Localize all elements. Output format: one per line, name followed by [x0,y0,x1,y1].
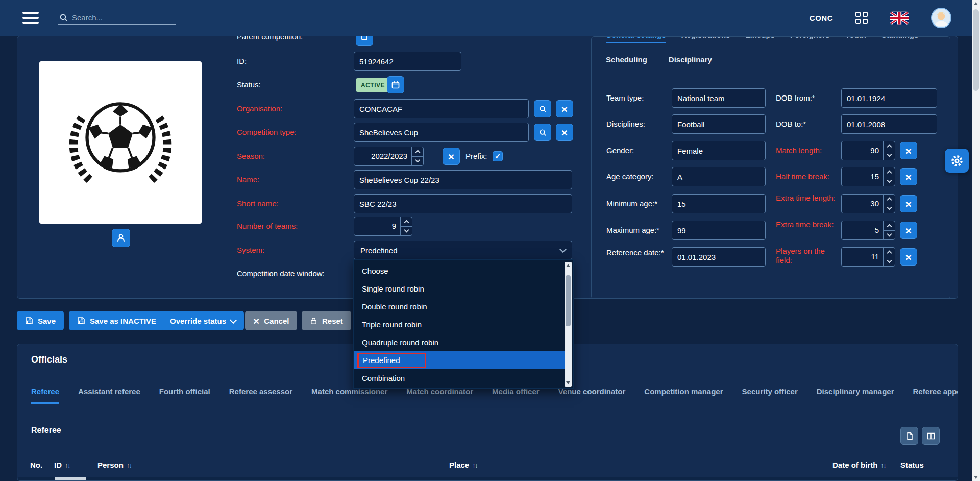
tab-foreigners[interactable]: Foreigners [790,36,830,43]
id-input[interactable] [354,52,461,71]
disciplines-input[interactable] [672,114,766,134]
sort-icon[interactable]: ↑↓ [127,462,132,469]
tab-referee-assessor[interactable]: Referee assessor [229,387,292,403]
status-calendar-button[interactable] [387,76,404,93]
dropdown-option-single-round-robin[interactable]: Single round robin [354,280,573,298]
extra-time-length-input[interactable]: 30 [841,194,895,213]
system-select[interactable]: Predefined [354,240,572,260]
settings-gear-button[interactable] [945,149,969,173]
season-input[interactable]: 2022/2023 [354,147,424,166]
tab-security-officer[interactable]: Security officer [742,387,798,403]
table-row[interactable] [18,477,958,481]
players-on-field-clear-button[interactable]: × [900,248,917,266]
organisation-search-button[interactable] [534,100,551,117]
columns-button[interactable] [922,427,940,445]
season-stepper[interactable] [411,147,423,165]
scroll-up-arrow[interactable] [974,2,978,5]
half-time-break-stepper[interactable] [883,167,895,186]
name-input[interactable] [354,170,572,189]
players-on-field-input[interactable]: 11 [841,247,895,267]
players-on-field-stepper[interactable] [883,248,895,266]
tab-lineups[interactable]: Lineups [745,36,775,43]
parent-competition-button[interactable] [356,36,373,46]
tab-match-coordinator[interactable]: Match coordinator [406,387,473,403]
dob-from-input[interactable] [841,88,937,108]
dropdown-option-predefined[interactable]: Predefined [354,351,565,369]
tab-disciplinary-manager[interactable]: Disciplinary manager [817,387,894,403]
organisation-input[interactable] [354,99,529,118]
tab-match-commissioner[interactable]: Match commissioner [311,387,387,403]
scroll-thumb[interactable] [973,9,979,91]
age-category-input[interactable] [672,167,766,186]
apps-grid-icon[interactable] [855,12,868,24]
col-id[interactable]: ID↑↓ [54,461,70,469]
tab-youth[interactable]: Youth [845,36,866,43]
tab-scheduling[interactable]: Scheduling [606,55,647,64]
match-length-stepper[interactable] [883,141,895,160]
short-name-input[interactable] [354,194,572,213]
tab-assistant-referee[interactable]: Assistant referee [78,387,140,403]
change-logo-person-button[interactable] [112,229,130,247]
reference-date-input[interactable] [672,247,766,267]
search-input[interactable] [72,13,169,22]
tab-competition-manager[interactable]: Competition manager [644,387,723,403]
competition-type-input[interactable] [354,123,529,142]
language-flag-button[interactable] [890,12,909,25]
col-date-of-birth[interactable]: Date of birth↑↓ [832,461,886,469]
extra-time-length-stepper[interactable] [883,195,895,213]
tab-referee[interactable]: Referee [31,387,59,404]
cancel-button[interactable]: × Cancel [245,311,297,330]
tab-referee-appointer[interactable]: Referee appointer [913,387,958,403]
tab-registrations[interactable]: Registrations [681,36,730,43]
sort-icon[interactable]: ↑↓ [880,462,886,469]
tab-disciplinary[interactable]: Disciplinary [669,55,712,64]
number-of-teams-input[interactable]: 9 [354,217,412,236]
sort-icon[interactable]: ↑↓ [65,462,70,469]
gender-input[interactable] [672,141,766,160]
organisation-clear-button[interactable]: × [556,100,573,117]
tab-fourth-official[interactable]: Fourth official [159,387,210,403]
scroll-thumb[interactable] [566,275,571,326]
match-length-clear-button[interactable]: × [900,142,917,159]
extra-time-break-stepper[interactable] [883,221,895,239]
dropdown-scrollbar[interactable] [565,262,572,387]
sort-icon[interactable]: ↑↓ [472,462,477,469]
tab-standings[interactable]: Standings [881,36,919,43]
half-time-break-input[interactable]: 15 [841,167,895,186]
team-type-input[interactable] [672,88,766,108]
maximum-age-input[interactable] [672,221,766,240]
tab-general-settings[interactable]: General settings [606,36,666,43]
save-as-inactive-button[interactable]: Save as INACTIVE [69,311,164,330]
page-scrollbar[interactable] [972,0,980,481]
export-button[interactable] [900,427,918,445]
dropdown-option-triple-round-robin[interactable]: Triple round robin [354,316,573,333]
tab-venue-coordinator[interactable]: Venue coordinator [558,387,626,403]
competition-type-search-button[interactable] [534,124,551,141]
col-person[interactable]: Person↑↓ [97,461,132,469]
extra-time-length-clear-button[interactable]: × [900,195,917,212]
user-avatar[interactable] [931,8,951,28]
season-clear-button[interactable]: × [443,148,460,165]
scroll-down-arrow[interactable] [974,476,978,479]
override-status-button[interactable]: Override status [162,311,244,330]
save-button[interactable]: Save [17,311,64,330]
dob-to-input[interactable] [841,114,937,134]
competition-type-clear-button[interactable]: × [556,124,573,141]
org-code[interactable]: CONC [810,14,833,22]
menu-button[interactable] [22,12,39,24]
dropdown-option-quadruple-round-robin[interactable]: Quadruple round robin [354,333,573,351]
scroll-down-arrow[interactable] [566,381,570,384]
number-of-teams-stepper[interactable] [400,217,412,235]
scroll-up-arrow[interactable] [566,264,570,267]
half-time-break-clear-button[interactable]: × [900,168,917,185]
col-place[interactable]: Place↑↓ [449,461,477,469]
prefix-checkbox[interactable]: ✓ [493,151,503,161]
match-length-input[interactable]: 90 [841,141,895,160]
extra-time-break-input[interactable]: 5 [841,221,895,240]
dropdown-option-choose[interactable]: Choose [354,262,573,280]
reset-button[interactable]: Reset [302,311,351,330]
tab-media-officer[interactable]: Media officer [492,387,540,403]
extra-time-break-clear-button[interactable]: × [900,222,917,239]
minimum-age-input[interactable] [672,194,766,213]
dropdown-option-double-round-robin[interactable]: Double round robin [354,298,573,316]
